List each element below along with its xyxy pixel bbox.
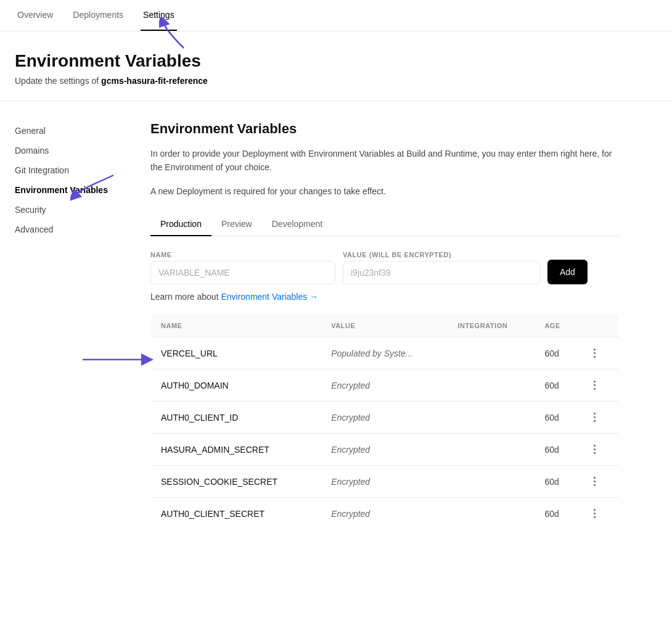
- cell-value: Encrypted: [321, 434, 448, 466]
- cell-value: Encrypted: [321, 498, 448, 530]
- main-layout: General Domains Git Integration Environm…: [0, 101, 672, 550]
- value-label: VALUE (WILL BE ENCRYPTED): [343, 251, 540, 258]
- tab-production[interactable]: Production: [150, 213, 211, 236]
- cell-name: AUTH0_CLIENT_ID: [151, 402, 322, 434]
- env-variables-table: NAME VALUE INTEGRATION AGE VERCEL_URL Po…: [150, 314, 619, 530]
- cell-integration: [448, 369, 535, 402]
- dots-icon: [594, 381, 596, 390]
- cell-actions: [579, 498, 618, 530]
- row-menu-button[interactable]: [589, 410, 600, 424]
- row-menu-button[interactable]: [589, 474, 600, 489]
- section-note: A new Deployment is required for your ch…: [150, 184, 619, 198]
- cell-name: AUTH0_CLIENT_SECRET: [151, 498, 322, 530]
- variable-name-input[interactable]: [150, 261, 335, 284]
- table-row: SESSION_COOKIE_SECRET Encrypted 60d: [151, 466, 619, 498]
- name-form-group: NAME: [150, 251, 335, 284]
- env-table-section: NAME VALUE INTEGRATION AGE VERCEL_URL Po…: [150, 314, 619, 530]
- row-menu-button[interactable]: [589, 378, 600, 392]
- page-title: Environment Variables: [15, 51, 657, 71]
- col-age-header: AGE: [535, 315, 579, 337]
- table-row: HASURA_ADMIN_SECRET Encrypted 60d: [151, 434, 619, 466]
- add-variable-form: NAME VALUE (WILL BE ENCRYPTED) Add: [150, 251, 619, 284]
- dots-icon: [594, 477, 596, 486]
- sidebar-item-advanced[interactable]: Advanced: [15, 220, 126, 239]
- sidebar-item-domains[interactable]: Domains: [15, 141, 126, 160]
- dots-icon: [594, 445, 596, 454]
- settings-sidebar: General Domains Git Integration Environm…: [15, 121, 126, 530]
- table-row: AUTH0_DOMAIN Encrypted 60d: [151, 369, 619, 402]
- cell-age: 60d: [535, 402, 579, 434]
- sidebar-item-general[interactable]: General: [15, 121, 126, 141]
- table-row: VERCEL_URL Populated by Syste... 60d: [151, 337, 619, 369]
- content-area: Environment Variables In order to provid…: [150, 121, 619, 530]
- cell-name: VERCEL_URL: [151, 337, 322, 369]
- cell-value: Encrypted: [321, 369, 448, 402]
- col-actions-header: [579, 315, 618, 337]
- table-row: AUTH0_CLIENT_SECRET Encrypted 60d: [151, 498, 619, 530]
- sidebar-item-git-integration[interactable]: Git Integration: [15, 160, 126, 180]
- cell-integration: [448, 402, 535, 434]
- cell-name: SESSION_COOKIE_SECRET: [151, 466, 322, 498]
- cell-age: 60d: [535, 466, 579, 498]
- cell-name: HASURA_ADMIN_SECRET: [151, 434, 322, 466]
- env-vars-link[interactable]: Environment Variables →: [221, 292, 318, 302]
- cell-value: Populated by Syste...: [321, 337, 448, 369]
- tab-development[interactable]: Development: [262, 213, 333, 236]
- cell-integration: [448, 337, 535, 369]
- cell-integration: [448, 434, 535, 466]
- cell-actions: [579, 402, 618, 434]
- dots-icon: [594, 413, 596, 422]
- dots-icon: [594, 509, 596, 518]
- sidebar-item-security[interactable]: Security: [15, 200, 126, 220]
- dots-icon: [594, 348, 596, 358]
- nav-deployments[interactable]: Deployments: [70, 0, 126, 31]
- table-header-row: NAME VALUE INTEGRATION AGE: [151, 315, 619, 337]
- section-title: Environment Variables: [150, 121, 619, 137]
- cell-name: AUTH0_DOMAIN: [151, 369, 322, 402]
- environment-tabs: Production Preview Development: [150, 213, 619, 236]
- nav-settings[interactable]: Settings: [141, 0, 177, 31]
- cell-age: 60d: [535, 434, 579, 466]
- cell-actions: [579, 434, 618, 466]
- name-label: NAME: [150, 251, 335, 258]
- col-integration-header: INTEGRATION: [448, 315, 535, 337]
- nav-overview[interactable]: Overview: [15, 0, 55, 31]
- sidebar-item-env-vars[interactable]: Environment Variables: [15, 180, 126, 200]
- col-value-header: VALUE: [321, 315, 448, 337]
- top-navigation: Overview Deployments Settings: [0, 0, 672, 31]
- cell-age: 60d: [535, 337, 579, 369]
- tab-preview[interactable]: Preview: [211, 213, 262, 236]
- row-menu-button[interactable]: [589, 442, 600, 456]
- variable-value-input[interactable]: [343, 261, 540, 284]
- row-menu-button[interactable]: [589, 506, 600, 521]
- cell-actions: [579, 337, 618, 369]
- table-row: AUTH0_CLIENT_ID Encrypted 60d: [151, 402, 619, 434]
- learn-more-text: Learn more about Environment Variables →: [150, 292, 619, 302]
- col-name-header: NAME: [151, 315, 322, 337]
- value-form-group: VALUE (WILL BE ENCRYPTED): [343, 251, 540, 284]
- cell-age: 60d: [535, 498, 579, 530]
- page-description: Update the settings of gcms-hasura-fit-r…: [15, 76, 657, 86]
- cell-integration: [448, 498, 535, 530]
- cell-actions: [579, 466, 618, 498]
- cell-value: Encrypted: [321, 402, 448, 434]
- section-description: In order to provide your Deployment with…: [150, 147, 619, 175]
- page-header: Environment Variables Update the setting…: [0, 31, 672, 101]
- cell-actions: [579, 369, 618, 402]
- cell-integration: [448, 466, 535, 498]
- cell-age: 60d: [535, 369, 579, 402]
- row-menu-button[interactable]: [589, 346, 600, 360]
- cell-value: Encrypted: [321, 466, 448, 498]
- add-variable-button[interactable]: Add: [547, 260, 588, 284]
